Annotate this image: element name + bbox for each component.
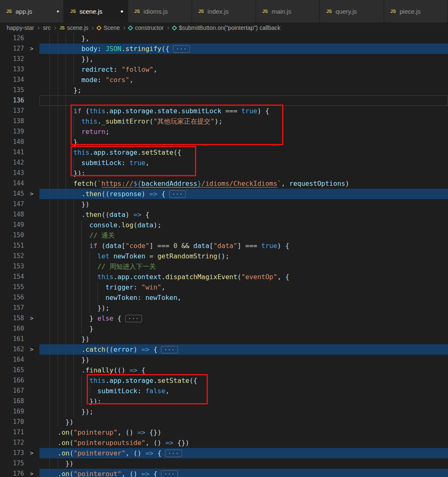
code-line-136[interactable]: 136 [0,95,448,106]
code-line-175[interactable]: 175 }) [0,458,448,469]
code-line-139[interactable]: 139 return; [0,127,448,137]
line-number[interactable]: 150 [0,230,24,241]
code-line-135[interactable]: 135 }; [0,85,448,95]
code-line-144[interactable]: 144 fetch(`https://${backendAddress}/idi… [0,178,448,189]
code-line-171[interactable]: 171 .on("pointerup", () => {}) [0,427,448,438]
line-number[interactable]: 167 [0,386,24,396]
breadcrumb-item[interactable]: Scene [97,24,120,31]
code-line-150[interactable]: 150 // 通关 [0,230,448,241]
tab-scene-js[interactable]: JSscene.js● [64,0,128,22]
code-line-167[interactable]: 167 submitLock: false, [0,386,448,396]
line-number[interactable]: 170 [0,417,24,427]
line-number[interactable]: 166 [0,375,24,386]
code-line-152[interactable]: 152 let newToken = getRandomString(); [0,251,448,261]
breadcrumb-item[interactable]: happy-star [7,24,34,31]
code-line-169[interactable]: 169 }); [0,406,448,417]
code-line-168[interactable]: 168 }); [0,396,448,406]
code-line-158[interactable]: 158> } else {··· [0,313,448,324]
breadcrumb-item[interactable]: JSscene.js [59,24,88,31]
line-number[interactable]: 155 [0,282,24,292]
code-line-147[interactable]: 147 }) [0,199,448,209]
line-number[interactable]: 140 [0,137,24,147]
line-number[interactable]: 126 [0,33,24,44]
line-number[interactable]: 173 [0,448,24,458]
code-line-141[interactable]: 141 this.app.storage.setState({ [0,147,448,158]
line-number[interactable]: 147 [0,199,24,209]
line-number[interactable]: 156 [0,292,24,303]
code-line-170[interactable]: 170 }) [0,417,448,427]
line-number[interactable]: 169 [0,406,24,417]
code-line-165[interactable]: 165 .finally(() => { [0,365,448,375]
code-line-172[interactable]: 172 .on("pointerupoutside", () => {}) [0,438,448,448]
modified-dot-icon[interactable]: ● [56,8,59,14]
fold-chevron-icon[interactable]: > [24,469,39,477]
code-line-127[interactable]: 127> body: JSON.stringify({··· [0,44,448,54]
line-number[interactable]: 145 [0,189,24,199]
line-number[interactable]: 176 [0,469,24,477]
line-number[interactable]: 135 [0,85,24,95]
fold-chevron-icon[interactable]: > [24,313,39,324]
tab-main-js[interactable]: JSmain.js [256,0,320,22]
folded-code-ellipsis[interactable]: ··· [165,450,182,457]
code-line-140[interactable]: 140 } [0,137,448,147]
code-line-164[interactable]: 164 }) [0,355,448,365]
code-line-160[interactable]: 160 } [0,324,448,334]
tab-query-js[interactable]: JSquery.js [320,0,384,22]
line-number[interactable]: 142 [0,158,24,168]
folded-code-ellipsis[interactable]: ··· [169,190,186,198]
code-line-138[interactable]: 138 this._submitError("其他玩家正在提交"); [0,116,448,127]
modified-dot-icon[interactable]: ● [120,8,123,14]
line-number[interactable]: 158 [0,313,24,324]
line-number[interactable]: 144 [0,178,24,189]
folded-code-ellipsis[interactable]: ··· [173,45,190,53]
code-line-149[interactable]: 149 console.log(data); [0,220,448,230]
editor[interactable]: 126 },127> body: JSON.stringify({···132 … [0,33,448,477]
breadcrumb-item[interactable]: $submitButton.on("pointertap") callback [173,24,280,31]
line-number[interactable]: 151 [0,241,24,251]
line-number[interactable]: 137 [0,106,24,116]
code-line-143[interactable]: 143 }); [0,168,448,178]
code-line-145[interactable]: 145> .then((response) => {··· [0,189,448,199]
folded-code-ellipsis[interactable]: ··· [161,346,178,353]
line-number[interactable]: 172 [0,438,24,448]
line-number[interactable]: 143 [0,168,24,178]
code-line-126[interactable]: 126 }, [0,33,448,44]
line-number[interactable]: 149 [0,220,24,230]
code-line-132[interactable]: 132 }), [0,54,448,64]
line-number[interactable]: 162 [0,344,24,355]
line-number[interactable]: 154 [0,272,24,282]
breadcrumb-item[interactable]: src [43,24,51,31]
fold-chevron-icon[interactable]: > [24,44,39,54]
tab-piece-js[interactable]: JSpiece.js [384,0,448,22]
code-line-166[interactable]: 166 this.app.storage.setState({ [0,375,448,386]
code-line-161[interactable]: 161 }) [0,334,448,344]
code-line-142[interactable]: 142 submitLock: true, [0,158,448,168]
line-number[interactable]: 161 [0,334,24,344]
line-number[interactable]: 148 [0,209,24,220]
code-line-173[interactable]: 173> .on("pointerover", () => {··· [0,448,448,458]
code-line-153[interactable]: 153 // 周知进入下一关 [0,261,448,272]
line-number[interactable]: 175 [0,458,24,469]
code-line-162[interactable]: 162> .catch((error) => {··· [0,344,448,355]
fold-chevron-icon[interactable]: > [24,448,39,458]
line-number[interactable]: 153 [0,261,24,272]
tab-index-js[interactable]: JSindex.js [192,0,256,22]
code-line-148[interactable]: 148 .then((data) => { [0,209,448,220]
code-line-156[interactable]: 156 newToken: newToken, [0,292,448,303]
code-line-137[interactable]: 137 if (this.app.storage.state.submitLoc… [0,106,448,116]
tab-app-js[interactable]: JSapp.js● [0,0,64,22]
code-line-155[interactable]: 155 trigger: "win", [0,282,448,292]
tab-idioms-js[interactable]: JSidioms.js [128,0,192,22]
line-number[interactable]: 132 [0,54,24,64]
line-number[interactable]: 133 [0,64,24,75]
line-number[interactable]: 152 [0,251,24,261]
line-number[interactable]: 157 [0,303,24,313]
folded-code-ellipsis[interactable]: ··· [161,470,178,477]
line-number[interactable]: 165 [0,365,24,375]
line-number[interactable]: 141 [0,147,24,158]
line-number[interactable]: 160 [0,324,24,334]
line-number[interactable]: 171 [0,427,24,438]
code-line-133[interactable]: 133 redirect: "follow", [0,64,448,75]
breadcrumb-item[interactable]: constructor [129,24,163,31]
line-number[interactable]: 164 [0,355,24,365]
